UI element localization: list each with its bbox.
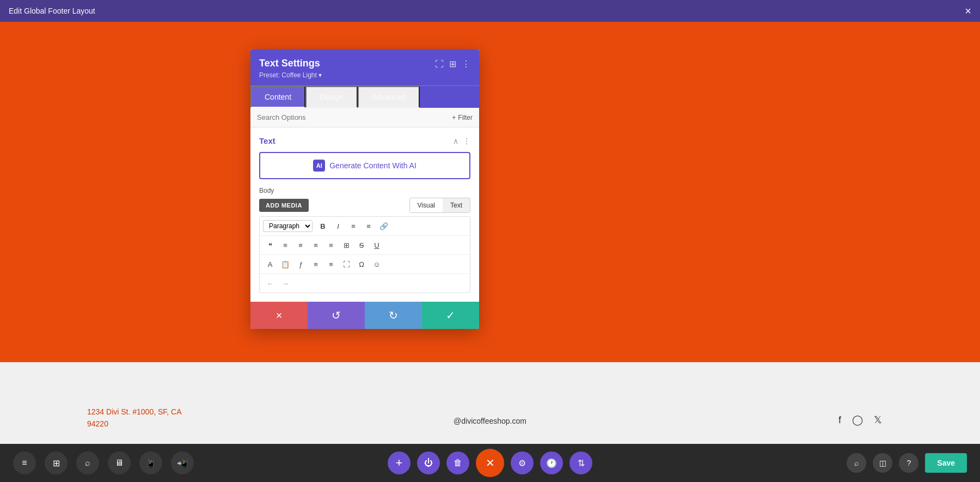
layers-icon-button[interactable]: ◫ <box>873 453 892 473</box>
facebook-icon[interactable]: f <box>838 414 841 426</box>
title-bar-close-button[interactable]: × <box>965 5 971 16</box>
format-row-4: ← → <box>260 274 470 292</box>
link-button[interactable]: 🔗 <box>377 219 391 233</box>
format-row-2: ❝ ≡ ≡ ≡ ≡ ⊞ S U <box>260 236 470 255</box>
add-element-button[interactable]: + <box>388 452 411 474</box>
modal-cancel-button[interactable]: × <box>250 302 308 329</box>
modal-footer: × ↺ ↻ ✓ <box>250 302 479 329</box>
text-settings-modal: Text Settings Preset: Coffee Light ▾ ⛶ ⊞… <box>250 49 479 329</box>
tab-advanced[interactable]: Advanced <box>358 86 420 108</box>
footer-address: 1234 Divi St. #1000, SF, CA94220 <box>87 406 182 430</box>
footer-email: @divicoffeeshop.com <box>454 417 526 425</box>
paste-button[interactable]: 📋 <box>278 257 292 271</box>
section-title-text: Text <box>259 136 275 145</box>
modal-body: Text ∧ ⋮ AI Generate Content With AI Bod… <box>250 127 479 302</box>
filter-icon: + <box>452 114 456 121</box>
twitter-x-icon[interactable]: 𝕏 <box>874 414 882 426</box>
close-element-button[interactable]: ✕ <box>476 449 504 477</box>
toolbar-grid-button[interactable]: ⊞ <box>45 452 68 474</box>
canvas-background: 1234 Divi St. #1000, SF, CA94220 @divico… <box>0 22 980 482</box>
confirm-icon: ✓ <box>446 309 455 322</box>
toolbar-monitor-button[interactable]: 🖥 <box>108 452 131 474</box>
add-media-button[interactable]: ADD MEDIA <box>259 199 309 212</box>
clear-format-button[interactable]: ƒ <box>293 257 308 271</box>
bold-button[interactable]: B <box>316 219 330 233</box>
toolbar-search-button[interactable]: ⌕ <box>76 452 99 474</box>
emoji-button[interactable]: ☺ <box>370 257 384 271</box>
editor-formatting-toolbar: Paragraph Heading 1 Heading 2 B I ≡ ≡ 🔗 … <box>259 216 470 293</box>
underline-button[interactable]: U <box>370 238 384 252</box>
strikethrough-button[interactable]: S <box>354 238 369 252</box>
section-more-icon[interactable]: ⋮ <box>463 137 470 145</box>
bottom-toolbar: ≡ ⊞ ⌕ 🖥 📱 📲 + ⏻ 🗑 ✕ ⚙ 🕐 ⇅ ⌕ ◫ ? Save <box>0 444 980 482</box>
save-button[interactable]: Save <box>925 453 967 473</box>
align-center-button[interactable]: ≡ <box>293 238 308 252</box>
editor-toolbar-top: ADD MEDIA Visual Text <box>259 198 470 213</box>
power-button[interactable]: ⏻ <box>417 452 440 474</box>
toolbar-right: ⌕ ◫ ? Save <box>847 453 967 473</box>
omega-button[interactable]: Ω <box>354 257 369 271</box>
align-right-button[interactable]: ≡ <box>309 238 323 252</box>
modal-tabs: Content Design Advanced <box>250 86 479 108</box>
modal-redo-button[interactable]: ↻ <box>365 302 422 329</box>
toolbar-mobile-button[interactable]: 📲 <box>171 452 194 474</box>
redo-editor-button[interactable]: → <box>278 276 292 290</box>
modal-title: Text Settings <box>259 58 322 69</box>
filter-button[interactable]: + Filter <box>452 114 473 121</box>
modal-header-left: Text Settings Preset: Coffee Light ▾ <box>259 58 322 79</box>
toolbar-left: ≡ ⊞ ⌕ 🖥 📱 📲 <box>13 452 194 474</box>
modal-undo-button[interactable]: ↺ <box>308 302 365 329</box>
footer-social: f ◯ 𝕏 <box>838 414 882 426</box>
modal-header-icons: ⛶ ⊞ ⋮ <box>435 59 470 69</box>
blockquote-button[interactable]: ❝ <box>263 238 277 252</box>
view-mode-tabs: Visual Text <box>409 198 470 213</box>
body-label: Body <box>259 187 470 194</box>
undo-icon: ↺ <box>332 309 341 322</box>
toolbar-center: + ⏻ 🗑 ✕ ⚙ 🕐 ⇅ <box>388 449 592 477</box>
toolbar-tablet-button[interactable]: 📱 <box>139 452 162 474</box>
redo-icon: ↻ <box>389 309 398 322</box>
tab-design[interactable]: Design <box>305 86 358 108</box>
more-options-icon[interactable]: ⋮ <box>462 59 470 69</box>
history-button[interactable]: 🕐 <box>540 452 563 474</box>
fullscreen-button[interactable]: ⛶ <box>339 257 353 271</box>
collapse-section-icon[interactable]: ∧ <box>453 137 458 145</box>
settings-button[interactable]: ⚙ <box>511 452 534 474</box>
align-left-button[interactable]: ≡ <box>278 238 292 252</box>
visual-tab[interactable]: Visual <box>410 198 443 212</box>
table-button[interactable]: ⊞ <box>339 238 353 252</box>
tab-content[interactable]: Content <box>250 86 305 108</box>
text-tab[interactable]: Text <box>443 198 470 212</box>
unordered-list-button[interactable]: ≡ <box>346 219 360 233</box>
toolbar-menu-button[interactable]: ≡ <box>13 452 36 474</box>
section-header-icons: ∧ ⋮ <box>453 137 470 145</box>
ai-icon: AI <box>313 160 325 172</box>
align-justify-button[interactable]: ≡ <box>324 238 338 252</box>
columns-icon[interactable]: ⊞ <box>449 59 456 69</box>
text-color-button[interactable]: A <box>263 257 277 271</box>
ai-button-label: Generate Content With AI <box>329 161 416 170</box>
delete-button[interactable]: 🗑 <box>446 452 469 474</box>
instagram-icon[interactable]: ◯ <box>852 414 863 426</box>
indent-in-button[interactable]: ≡ <box>324 257 338 271</box>
italic-button[interactable]: I <box>331 219 345 233</box>
tune-button[interactable]: ⇅ <box>569 452 592 474</box>
search-options-input[interactable] <box>257 113 448 121</box>
format-row-1: Paragraph Heading 1 Heading 2 B I ≡ ≡ 🔗 <box>260 217 470 236</box>
modal-header: Text Settings Preset: Coffee Light ▾ ⛶ ⊞… <box>250 49 479 86</box>
text-section-header: Text ∧ ⋮ <box>259 136 470 145</box>
undo-editor-button[interactable]: ← <box>263 276 277 290</box>
paragraph-select[interactable]: Paragraph Heading 1 Heading 2 <box>263 220 313 232</box>
help-icon-button[interactable]: ? <box>899 453 918 473</box>
cancel-icon: × <box>276 309 283 322</box>
title-bar-text: Edit Global Footer Layout <box>9 7 95 15</box>
focus-mode-icon[interactable]: ⛶ <box>435 59 444 69</box>
search-icon-button[interactable]: ⌕ <box>847 453 866 473</box>
modal-confirm-button[interactable]: ✓ <box>422 302 479 329</box>
format-row-3: A 📋 ƒ ≡ ≡ ⛶ Ω ☺ <box>260 255 470 274</box>
ordered-list-button[interactable]: ≡ <box>362 219 376 233</box>
modal-search-bar: + Filter <box>250 108 479 127</box>
indent-out-button[interactable]: ≡ <box>309 257 323 271</box>
generate-ai-button[interactable]: AI Generate Content With AI <box>259 152 470 179</box>
modal-preset[interactable]: Preset: Coffee Light ▾ <box>259 71 322 79</box>
